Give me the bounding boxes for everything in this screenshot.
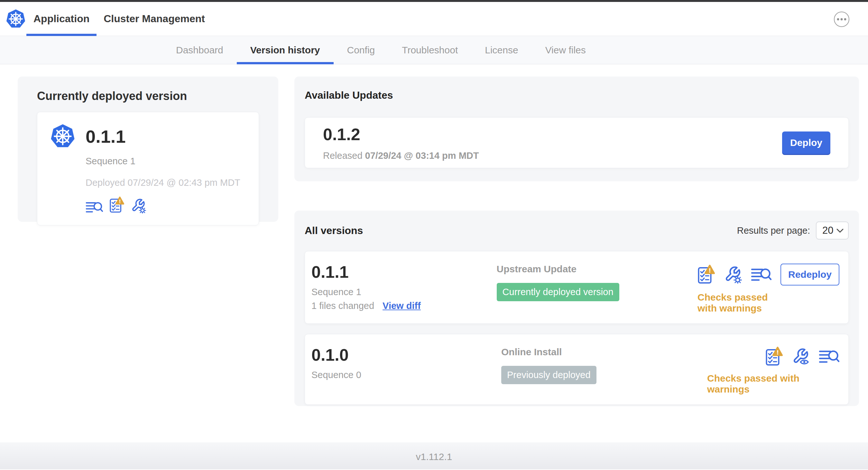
subnav-dashboard-label: Dashboard xyxy=(176,45,223,56)
subnav-version-history-label: Version history xyxy=(250,45,320,56)
deployed-version-actions xyxy=(86,196,246,213)
tab-application[interactable]: Application xyxy=(26,2,96,36)
deployed-version-number: 0.1.1 xyxy=(86,126,246,147)
more-options-button[interactable] xyxy=(834,11,849,27)
version-actions-col: Redeploy Checks passed with warnings xyxy=(698,262,839,314)
version-row-0-1-0: 0.1.0 Sequence 0 Online Install Previous… xyxy=(305,334,849,405)
subnav-license[interactable]: License xyxy=(471,36,531,64)
admin-console-page: Application Cluster Management Dashboard… xyxy=(0,0,868,470)
results-per-page-select[interactable]: 20 xyxy=(816,222,849,239)
files-changed-label: 1 files changed xyxy=(311,301,374,311)
currently-deployed-card: Currently deployed version 0.1.1 Sequenc… xyxy=(18,76,278,222)
page-footer: v1.112.1 xyxy=(0,442,868,469)
version-row-0-1-1: 0.1.1 Sequence 1 1 files changed View di… xyxy=(305,251,849,324)
results-per-page: Results per page: 20 xyxy=(737,222,849,239)
top-header: Application Cluster Management xyxy=(0,2,868,36)
subnav-troubleshoot-label: Troubleshoot xyxy=(402,45,458,56)
chevron-down-icon xyxy=(836,229,843,233)
preflight-status-text: Checks passed with warnings xyxy=(707,373,839,395)
subnav-dashboard[interactable]: Dashboard xyxy=(162,36,237,64)
available-updates-card: Available Updates 0.1.2 Released 07/29/2… xyxy=(294,76,859,181)
all-versions-card: All versions Results per page: 20 0.1.1 … xyxy=(294,210,859,406)
deployed-timestamp: Deployed 07/29/24 @ 02:43 pm MDT xyxy=(86,177,246,188)
released-date: 07/29/24 @ 03:14 pm MDT xyxy=(365,150,479,161)
subnav-version-history[interactable]: Version history xyxy=(237,36,334,64)
deploy-button[interactable]: Deploy xyxy=(782,132,830,154)
available-update-row: 0.1.2 Released 07/29/24 @ 03:14 pm MDT D… xyxy=(305,118,849,168)
available-updates-title: Available Updates xyxy=(305,89,849,101)
header-tabs: Application Cluster Management xyxy=(26,2,212,36)
edit-config-icon[interactable] xyxy=(131,198,146,213)
version-number: 0.1.0 xyxy=(311,345,501,365)
version-actions: Redeploy xyxy=(698,264,839,286)
version-sequence: Sequence 1 xyxy=(311,287,497,297)
ellipsis-icon xyxy=(837,18,846,21)
status-badge: Previously deployed xyxy=(501,366,596,384)
subnav-view-files[interactable]: View files xyxy=(532,36,599,64)
app-subnav: Dashboard Version history Config Trouble… xyxy=(0,36,868,64)
release-notes-icon[interactable] xyxy=(751,267,772,282)
tab-cluster-management[interactable]: Cluster Management xyxy=(96,2,212,36)
edit-config-icon[interactable] xyxy=(724,266,742,283)
results-per-page-value: 20 xyxy=(822,225,833,236)
version-info: 0.1.0 Sequence 0 xyxy=(311,345,501,395)
results-per-page-label: Results per page: xyxy=(737,225,810,236)
preflight-checks-warning-icon[interactable] xyxy=(765,346,783,367)
version-sequence: Sequence 0 xyxy=(311,370,501,380)
subnav-view-files-label: View files xyxy=(545,45,586,56)
preflight-status-text: Checks passed with warnings xyxy=(698,292,772,314)
all-versions-title: All versions xyxy=(305,225,363,237)
version-rows: 0.1.1 Sequence 1 1 files changed View di… xyxy=(305,251,849,405)
files-changed-line: 1 files changed View diff xyxy=(311,301,497,311)
view-diff-link[interactable]: View diff xyxy=(382,301,421,311)
redeploy-button[interactable]: Redeploy xyxy=(780,264,839,286)
subnav-troubleshoot[interactable]: Troubleshoot xyxy=(388,36,471,64)
release-notes-icon[interactable] xyxy=(86,201,103,213)
subnav-license-label: License xyxy=(485,45,518,56)
tab-application-label: Application xyxy=(33,13,89,25)
kubernetes-logo xyxy=(6,9,26,29)
currently-deployed-title: Currently deployed version xyxy=(37,89,259,103)
version-actions xyxy=(765,346,839,367)
preflight-checks-warning-icon[interactable] xyxy=(698,265,715,284)
subnav-config[interactable]: Config xyxy=(334,36,389,64)
console-version: v1.112.1 xyxy=(416,451,452,469)
version-source-col: Online Install Previously deployed xyxy=(501,345,707,395)
kubernetes-logo xyxy=(50,124,75,149)
version-source: Upstream Update xyxy=(497,264,698,274)
deployed-sequence: Sequence 1 xyxy=(86,156,246,167)
subnav-config-label: Config xyxy=(347,45,375,56)
version-number: 0.1.1 xyxy=(311,262,497,281)
tab-cluster-management-label: Cluster Management xyxy=(103,13,205,25)
all-versions-header: All versions Results per page: 20 xyxy=(305,222,849,239)
main-content: Currently deployed version 0.1.1 Sequenc… xyxy=(0,64,868,442)
currently-deployed-inner: 0.1.1 Sequence 1 Deployed 07/29/24 @ 02:… xyxy=(37,112,259,225)
version-source-col: Upstream Update Currently deployed versi… xyxy=(497,262,698,314)
release-notes-icon[interactable] xyxy=(819,349,839,364)
view-config-icon[interactable] xyxy=(792,347,810,366)
app-logo xyxy=(6,9,26,29)
status-badge: Currently deployed version xyxy=(497,283,619,301)
update-released-line: Released 07/29/24 @ 03:14 pm MDT xyxy=(323,150,479,161)
update-version-number: 0.1.2 xyxy=(323,125,479,144)
version-actions-col: Checks passed with warnings xyxy=(707,345,839,395)
version-source: Online Install xyxy=(501,346,707,358)
version-info: 0.1.1 Sequence 1 1 files changed View di… xyxy=(311,262,497,314)
preflight-checks-warning-icon[interactable] xyxy=(110,196,124,213)
released-prefix: Released xyxy=(323,150,365,161)
